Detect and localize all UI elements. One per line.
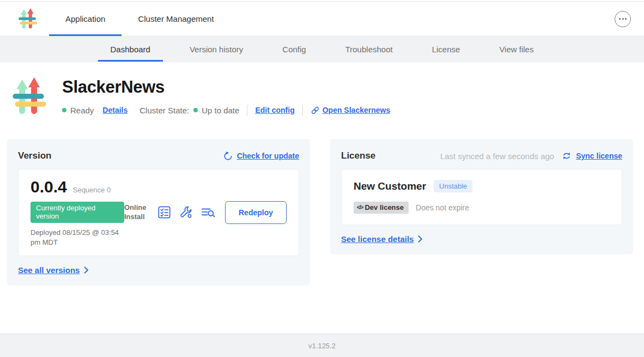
tab-troubleshoot[interactable]: Troubleshoot (326, 37, 412, 62)
ellipsis-icon (619, 18, 621, 20)
last-synced-label: Last synced a few seconds ago (440, 152, 554, 161)
tab-config[interactable]: Config (263, 37, 325, 62)
customer-name: New Customer (354, 180, 426, 192)
see-license-details-link[interactable]: See license details (341, 234, 414, 244)
logs-search-icon (201, 205, 216, 219)
see-all-versions-link[interactable]: See all versions (18, 265, 80, 275)
app-icon (11, 74, 46, 120)
license-type-badge: </> Dev license (354, 202, 409, 214)
deployed-timestamp: Deployed 08/15/25 @ 03:54 pm MDT (31, 228, 124, 247)
install-type-label: Online Install (124, 203, 149, 221)
tab-view-files[interactable]: View files (479, 37, 553, 62)
version-card: Version Check for update 0.0.4 Sequence … (7, 139, 310, 286)
edit-config-button[interactable] (179, 205, 193, 219)
console-version: v1.125.2 (308, 342, 336, 350)
sync-license-link[interactable]: Sync license (576, 152, 622, 160)
sync-icon (562, 151, 572, 161)
tab-version-history[interactable]: Version history (170, 37, 263, 62)
license-panel: New Customer Unstable </> Dev license Do… (341, 169, 622, 225)
app-status-row: Ready Details Cluster State: Up to date … (62, 105, 390, 116)
app-header: SlackerNews Ready Details Cluster State:… (0, 62, 644, 125)
app-footer: v1.125.2 (0, 334, 644, 357)
license-card: License Last synced a few seconds ago Sy… (330, 139, 633, 255)
version-card-title: Version (18, 150, 51, 161)
check-for-update-link[interactable]: Check for update (237, 152, 299, 160)
refresh-icon (223, 152, 233, 161)
app-logo-icon[interactable] (17, 2, 37, 36)
license-type-label: Dev license (364, 203, 404, 211)
page-title: SlackerNews (62, 77, 390, 97)
sequence-label: Sequence 0 (73, 186, 111, 194)
cluster-state-label: Cluster State: (139, 106, 189, 115)
edit-config-link[interactable]: Edit config (255, 106, 294, 114)
currently-deployed-badge: Currently deployed version (31, 202, 124, 223)
wrench-gear-icon (179, 205, 193, 219)
tab-application[interactable]: Application (49, 2, 121, 36)
view-deploy-logs-button[interactable] (201, 205, 216, 219)
overflow-menu-button[interactable] (615, 11, 631, 27)
chevron-right-icon (418, 235, 423, 243)
redeploy-button[interactable]: Redeploy (225, 201, 287, 224)
tab-cluster-management-label: Cluster Management (138, 14, 214, 23)
cluster-state-value: Up to date (202, 106, 239, 115)
tab-application-label: Application (65, 14, 105, 23)
ready-status-label: Ready (70, 106, 94, 115)
tab-cluster-management[interactable]: Cluster Management (121, 2, 230, 36)
cluster-state-dot (193, 108, 198, 112)
dashboard-main: SlackerNews Ready Details Cluster State:… (0, 62, 644, 334)
slackernews-app-icon (11, 74, 46, 120)
tab-dashboard[interactable]: Dashboard (91, 37, 170, 62)
link-icon (311, 106, 320, 115)
preflight-checklist-icon (157, 205, 171, 219)
top-nav: Application Cluster Management (0, 2, 644, 37)
license-expiry: Does not expire (416, 203, 469, 212)
dashboard-cards: Version Check for update 0.0.4 Sequence … (0, 125, 644, 286)
current-version-panel: 0.0.4 Sequence 0 Currently deployed vers… (18, 169, 299, 256)
divider (302, 105, 303, 116)
code-icon: </> (357, 204, 363, 210)
license-card-title: License (341, 150, 375, 161)
tab-license[interactable]: License (412, 37, 480, 62)
open-app-link[interactable]: Open Slackernews (323, 106, 391, 114)
version-number: 0.0.4 (31, 178, 67, 196)
divider (247, 105, 247, 116)
slackernews-logo-icon (17, 8, 37, 31)
preflight-checks-button[interactable] (157, 205, 171, 219)
details-link[interactable]: Details (102, 106, 127, 114)
channel-badge: Unstable (434, 180, 472, 192)
chevron-right-icon (84, 267, 89, 274)
ready-status-dot (62, 108, 66, 112)
app-subnav: Dashboard Version history Config Trouble… (0, 37, 644, 62)
